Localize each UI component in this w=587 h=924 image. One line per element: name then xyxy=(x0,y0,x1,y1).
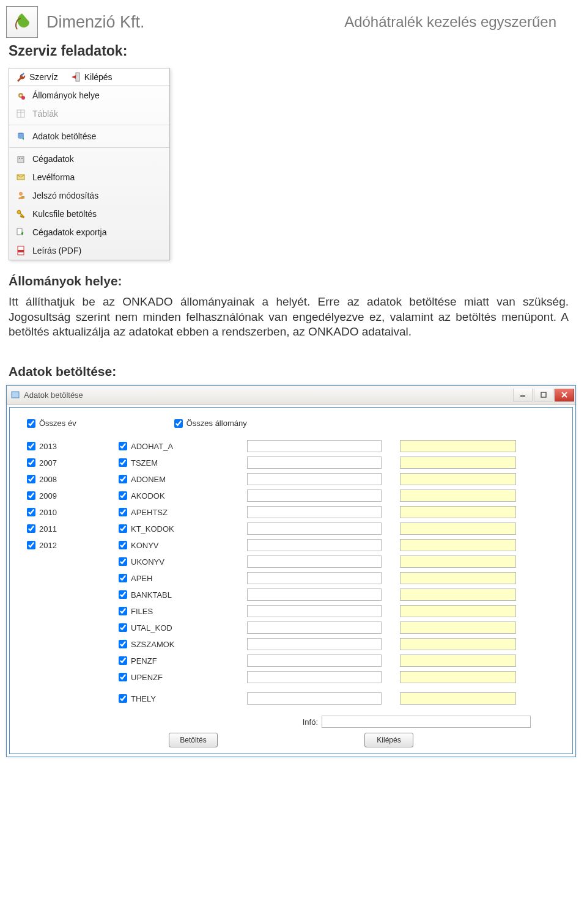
file-checkbox[interactable]: ADONEM xyxy=(119,475,229,484)
checkbox-all-years[interactable]: Összes év xyxy=(27,419,76,428)
status-field[interactable] xyxy=(400,457,516,469)
path-field[interactable] xyxy=(247,605,382,617)
checkbox-input[interactable] xyxy=(119,656,127,665)
status-field[interactable] xyxy=(400,605,516,617)
checkbox-input[interactable] xyxy=(119,442,127,450)
maximize-button[interactable] xyxy=(534,389,553,402)
menu-item-levelforma[interactable]: Levélforma xyxy=(9,168,169,186)
year-checkbox[interactable]: 2013 xyxy=(27,442,100,451)
file-checkbox[interactable]: KONYV xyxy=(119,541,229,550)
status-field[interactable] xyxy=(400,622,516,634)
checkbox-input[interactable] xyxy=(119,491,127,500)
path-field[interactable] xyxy=(247,572,382,584)
year-checkbox[interactable]: 2008 xyxy=(27,475,100,484)
checkbox-input[interactable] xyxy=(27,475,35,483)
file-checkbox[interactable]: AKODOK xyxy=(119,491,229,501)
checkbox-input[interactable] xyxy=(27,491,35,500)
menu-item-leiras-pdf[interactable]: Leírás (PDF) xyxy=(9,241,169,260)
status-field[interactable] xyxy=(400,588,516,601)
menu-item-allomanyok-helye[interactable]: Állományok helye xyxy=(9,86,169,105)
path-field[interactable] xyxy=(247,522,382,535)
checkbox-input[interactable] xyxy=(174,419,183,428)
path-field[interactable] xyxy=(247,671,382,683)
status-field[interactable] xyxy=(400,440,516,452)
path-field[interactable] xyxy=(247,692,382,705)
checkbox-input[interactable] xyxy=(119,508,127,516)
year-checkbox[interactable]: 2012 xyxy=(27,541,100,550)
checkbox-input[interactable] xyxy=(119,673,127,681)
checkbox-input[interactable] xyxy=(27,419,35,428)
checkbox-input[interactable] xyxy=(27,458,35,467)
checkbox-input[interactable] xyxy=(27,442,35,450)
path-field[interactable] xyxy=(247,556,382,568)
status-field[interactable] xyxy=(400,671,516,683)
status-field[interactable] xyxy=(400,473,516,485)
status-field[interactable] xyxy=(400,654,516,667)
checkbox-input[interactable] xyxy=(119,607,127,615)
path-field[interactable] xyxy=(247,588,382,601)
file-checkbox[interactable]: TSZEM xyxy=(119,458,229,468)
year-checkbox[interactable]: 2007 xyxy=(27,458,100,468)
checkbox-input[interactable] xyxy=(27,508,35,516)
status-field[interactable] xyxy=(400,506,516,518)
year-checkbox[interactable]: 2010 xyxy=(27,508,100,517)
info-field[interactable] xyxy=(322,716,531,728)
minimize-button[interactable] xyxy=(513,389,533,402)
path-field[interactable] xyxy=(247,490,382,502)
status-field[interactable] xyxy=(400,490,516,502)
checkbox-all-files[interactable]: Összes állomány xyxy=(174,419,247,428)
file-checkbox[interactable]: THELY xyxy=(119,694,229,703)
path-field[interactable] xyxy=(247,654,382,667)
year-checkbox[interactable]: 2009 xyxy=(27,491,100,501)
status-field[interactable] xyxy=(400,638,516,650)
checkbox-input[interactable] xyxy=(119,557,127,566)
menu-item-cegadatok-exportja[interactable]: Cégadatok exportja xyxy=(9,223,169,241)
path-field[interactable] xyxy=(247,539,382,551)
path-field[interactable] xyxy=(247,506,382,518)
checkbox-input[interactable] xyxy=(27,524,35,533)
file-checkbox[interactable]: APEHTSZ xyxy=(119,508,229,517)
path-field[interactable] xyxy=(247,638,382,650)
status-field[interactable] xyxy=(400,556,516,568)
checkbox-input[interactable] xyxy=(119,574,127,582)
file-checkbox[interactable]: UPENZF xyxy=(119,673,229,682)
file-checkbox[interactable]: KT_KODOK xyxy=(119,524,229,534)
year-label: 2007 xyxy=(39,458,57,468)
service-dropdown: Állományok helye Táblák Adatok betöltése… xyxy=(9,86,169,260)
year-checkbox[interactable]: 2011 xyxy=(27,524,100,534)
checkbox-input[interactable] xyxy=(119,475,127,483)
path-field[interactable] xyxy=(247,457,382,469)
menu-item-cegadatok[interactable]: Cégadatok xyxy=(9,150,169,168)
file-checkbox[interactable]: SZSZAMOK xyxy=(119,640,229,649)
file-checkbox[interactable]: FILES xyxy=(119,607,229,616)
file-checkbox[interactable]: UTAL_KOD xyxy=(119,623,229,632)
path-field[interactable] xyxy=(247,622,382,634)
menu-item-kulcsfile-betoltes[interactable]: Kulcsfile betöltés xyxy=(9,205,169,223)
checkbox-input[interactable] xyxy=(119,541,127,549)
checkbox-input[interactable] xyxy=(119,623,127,632)
checkbox-input[interactable] xyxy=(119,694,127,703)
status-field[interactable] xyxy=(400,539,516,551)
file-checkbox[interactable]: ADOHAT_A xyxy=(119,442,229,451)
path-field[interactable] xyxy=(247,440,382,452)
file-checkbox[interactable]: BANKTABL xyxy=(119,590,229,600)
menu-bar-item-kilepes[interactable]: Kilépés xyxy=(64,68,119,86)
exit-button[interactable]: Kilépés xyxy=(364,733,413,747)
menu-item-adatok-betoltese[interactable]: Adatok betöltése xyxy=(9,127,169,145)
menu-bar-item-szerviz[interactable]: Szervíz xyxy=(9,68,64,86)
path-field[interactable] xyxy=(247,473,382,485)
checkbox-input[interactable] xyxy=(119,524,127,533)
status-field[interactable] xyxy=(400,692,516,705)
checkbox-input[interactable] xyxy=(119,640,127,648)
status-field[interactable] xyxy=(400,572,516,584)
file-checkbox[interactable]: PENZF xyxy=(119,656,229,666)
menu-item-jelszo-modositas[interactable]: Jelszó módosítás xyxy=(9,186,169,205)
load-button[interactable]: Betöltés xyxy=(169,733,218,747)
file-checkbox[interactable]: UKONYV xyxy=(119,557,229,566)
status-field[interactable] xyxy=(400,522,516,535)
checkbox-input[interactable] xyxy=(27,541,35,549)
file-checkbox[interactable]: APEH xyxy=(119,574,229,583)
checkbox-input[interactable] xyxy=(119,590,127,599)
close-button[interactable] xyxy=(555,389,574,402)
checkbox-input[interactable] xyxy=(119,458,127,467)
